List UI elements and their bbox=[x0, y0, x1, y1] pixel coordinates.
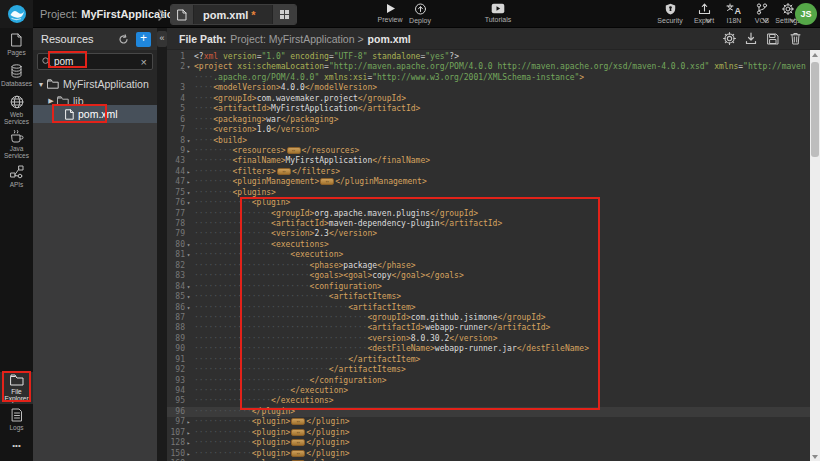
gutter-cell[interactable]: 90 bbox=[167, 344, 192, 354]
collapsed-code-icon[interactable]: ↔ bbox=[291, 429, 305, 436]
gutter-cell[interactable]: 4 bbox=[167, 94, 192, 104]
gutter-cell[interactable] bbox=[167, 73, 192, 83]
code-line[interactable]: 95················</executions> bbox=[167, 396, 810, 406]
fold-toggle-icon[interactable]: ▾ bbox=[185, 198, 192, 208]
code-line[interactable]: 77················<groupId>org.apache.ma… bbox=[167, 209, 810, 219]
editor-settings-gear-icon[interactable] bbox=[718, 32, 740, 45]
collapsed-code-icon[interactable]: ↔ bbox=[320, 178, 334, 185]
fold-toggle-icon[interactable]: ▾ bbox=[185, 188, 192, 198]
tutorials-button[interactable]: Tutorials bbox=[476, 3, 520, 27]
code-line[interactable]: 107▸············<plugin>↔</plugin> bbox=[167, 428, 810, 438]
gutter-cell[interactable]: 6 bbox=[167, 115, 192, 125]
code-line[interactable]: 8▾····<build> bbox=[167, 136, 810, 146]
gutter-cell[interactable]: 150▸ bbox=[167, 449, 192, 459]
save-file-icon[interactable] bbox=[762, 32, 784, 45]
gutter-cell[interactable]: 43 bbox=[167, 156, 192, 166]
gutter-cell[interactable]: 44▸ bbox=[167, 167, 192, 177]
sidebar-item-file-explorer[interactable]: File Explorer bbox=[0, 372, 33, 404]
gutter-cell[interactable]: 80▾ bbox=[167, 240, 192, 250]
code-line[interactable]: 87····································<g… bbox=[167, 313, 810, 323]
sidebar-more-button[interactable]: ••• bbox=[0, 440, 33, 449]
collapsed-code-icon[interactable]: ↔ bbox=[277, 168, 291, 175]
gutter-cell[interactable]: 89 bbox=[167, 334, 192, 344]
scroll-up-arrow[interactable] bbox=[810, 50, 820, 59]
code-line[interactable]: 7····<version>1.0</version> bbox=[167, 125, 810, 135]
code-line[interactable]: 47▸········<pluginManagement>↔</pluginMa… bbox=[167, 177, 810, 187]
tree-item-pom-xml[interactable]: pom.xml bbox=[33, 105, 157, 123]
sidebar-item-logs[interactable]: Logs bbox=[0, 408, 33, 431]
code-line[interactable]: 76▾············<plugin> bbox=[167, 198, 810, 208]
gutter-cell[interactable]: 2▾ bbox=[167, 62, 192, 72]
code-line[interactable]: 5····<artifactId>MyFirstApplication</art… bbox=[167, 104, 810, 114]
code-line[interactable]: 1<?xml version="1.0" encoding="UTF-8" st… bbox=[167, 52, 810, 62]
fold-toggle-icon[interactable]: ▸ bbox=[185, 438, 192, 448]
gutter-cell[interactable]: 91 bbox=[167, 355, 192, 365]
fold-toggle-icon[interactable]: ▸ bbox=[185, 177, 192, 187]
gutter-cell[interactable]: 92 bbox=[167, 365, 192, 375]
code-line[interactable]: 86▾································<arti… bbox=[167, 303, 810, 313]
download-file-icon[interactable] bbox=[740, 32, 762, 45]
code-line[interactable]: 92····························</artifact… bbox=[167, 365, 810, 375]
gutter-cell[interactable]: 79 bbox=[167, 229, 192, 239]
fold-toggle-icon[interactable]: ▾ bbox=[185, 303, 192, 313]
code-line[interactable]: 128▸············<plugin>↔</plugin> bbox=[167, 438, 810, 448]
gutter-cell[interactable]: 84▾ bbox=[167, 282, 192, 292]
code-line[interactable]: 43········<finalName>MyFirstApplication<… bbox=[167, 156, 810, 166]
gutter-cell[interactable]: 3 bbox=[167, 83, 192, 93]
scrollbar-thumb[interactable] bbox=[811, 62, 819, 157]
gutter-cell[interactable]: 88 bbox=[167, 323, 192, 333]
collapsed-code-icon[interactable]: ↔ bbox=[291, 450, 305, 457]
add-resource-button[interactable]: + bbox=[136, 32, 151, 47]
deploy-button[interactable]: Deploy bbox=[398, 3, 442, 27]
gutter-cell[interactable]: 9▸ bbox=[167, 146, 192, 156]
code-line[interactable]: 6····<packaging>war</packaging> bbox=[167, 115, 810, 125]
fold-toggle-icon[interactable]: ▾ bbox=[185, 292, 192, 302]
code-line[interactable]: 79················<version>2.3</version> bbox=[167, 229, 810, 239]
gutter-cell[interactable]: 77 bbox=[167, 209, 192, 219]
gutter-cell[interactable]: 1 bbox=[167, 52, 192, 62]
caret-down-icon[interactable]: ▼ bbox=[37, 81, 45, 88]
code-line[interactable]: 44▸········<filters>↔</filters> bbox=[167, 167, 810, 177]
scroll-down-arrow[interactable] bbox=[810, 452, 820, 461]
gutter-cell[interactable]: 96 bbox=[167, 407, 192, 417]
sidebar-item-java-services[interactable]: Java Services bbox=[0, 129, 33, 159]
code-line[interactable]: 80▾················<executions> bbox=[167, 240, 810, 250]
gutter-cell[interactable]: 95 bbox=[167, 396, 192, 406]
fold-toggle-icon[interactable]: ▸ bbox=[185, 449, 192, 459]
sidebar-item-web-services[interactable]: Web Services bbox=[0, 95, 33, 125]
collapsed-code-icon[interactable]: ↔ bbox=[287, 147, 301, 154]
sidebar-item-apis[interactable]: APIs bbox=[0, 165, 33, 188]
sidebar-item-pages[interactable]: Pages bbox=[0, 33, 33, 56]
code-line[interactable]: 91································</arti… bbox=[167, 355, 810, 365]
fold-toggle-icon[interactable]: ▸ bbox=[185, 417, 192, 427]
collapse-panel-button[interactable]: « bbox=[157, 31, 167, 47]
collapsed-code-icon[interactable]: ↔ bbox=[291, 439, 305, 446]
refresh-icon[interactable] bbox=[118, 34, 129, 45]
gutter-cell[interactable]: 8▾ bbox=[167, 136, 192, 146]
fold-toggle-icon[interactable]: ▾ bbox=[185, 62, 192, 72]
tree-item-project[interactable]: ▼ MyFirstApplication bbox=[33, 76, 157, 92]
export-chevron-icon[interactable] bbox=[705, 9, 712, 27]
gutter-cell[interactable]: 107▸ bbox=[167, 428, 192, 438]
gutter-cell[interactable]: 5 bbox=[167, 104, 192, 114]
gutter-cell[interactable]: 47▸ bbox=[167, 177, 192, 187]
code-line[interactable]: 93························</configuratio… bbox=[167, 376, 810, 386]
code-line[interactable]: 4····<groupId>com.wavemaker.project</gro… bbox=[167, 94, 810, 104]
fold-toggle-icon[interactable]: ▾ bbox=[185, 136, 192, 146]
delete-file-icon[interactable] bbox=[784, 32, 806, 45]
code-line[interactable]: 81▾····················<execution> bbox=[167, 250, 810, 260]
fold-toggle-icon[interactable]: ▸ bbox=[185, 167, 192, 177]
gutter-cell[interactable]: 87 bbox=[167, 313, 192, 323]
code-line[interactable]: 85▾····························<artifact… bbox=[167, 292, 810, 302]
code-line[interactable]: 89····································<v… bbox=[167, 334, 810, 344]
gutter-cell[interactable]: 94 bbox=[167, 386, 192, 396]
code-line[interactable]: 94····················</execution> bbox=[167, 386, 810, 396]
fold-toggle-icon[interactable]: ▸ bbox=[185, 146, 192, 156]
code-line[interactable]: 96············</plugin> bbox=[167, 407, 810, 417]
code-line[interactable]: ····.apache.org/POM/4.0.0" xmlns:xsi="ht… bbox=[167, 73, 810, 83]
search-input[interactable] bbox=[54, 56, 132, 67]
gutter-cell[interactable]: 7 bbox=[167, 125, 192, 135]
code-line[interactable]: 88····································<a… bbox=[167, 323, 810, 333]
code-line[interactable]: 78················<artifactId>maven-depe… bbox=[167, 219, 810, 229]
code-line[interactable]: 2▾<project xsi:schemaLocation="http://ma… bbox=[167, 62, 810, 72]
